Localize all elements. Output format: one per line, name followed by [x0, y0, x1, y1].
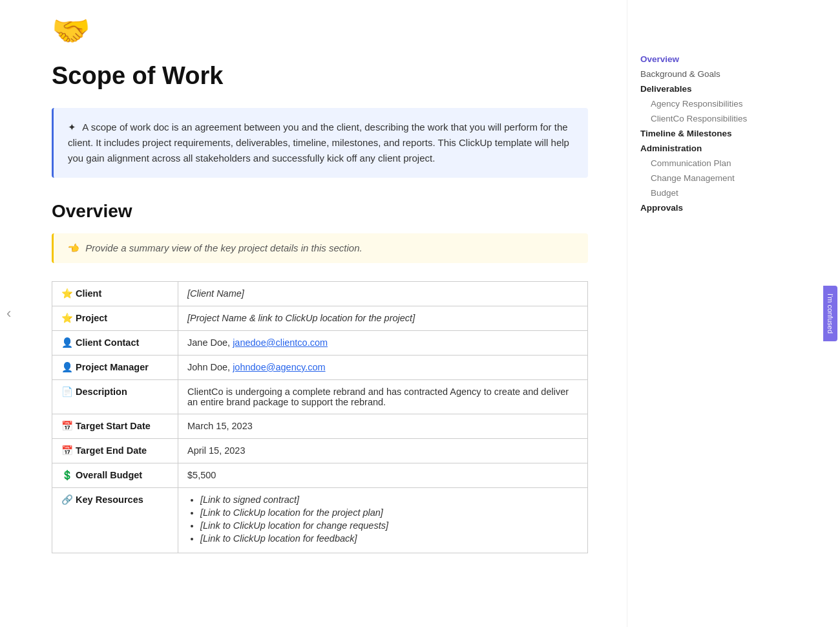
sidebar: OverviewBackground & GoalsDeliverablesAg…: [627, 0, 795, 627]
sidebar-item-overview[interactable]: Overview: [640, 52, 782, 67]
table-cell-value: Jane Doe, janedoe@clientco.com: [178, 331, 588, 356]
info-callout-text: A scope of work doc is an agreement betw…: [68, 122, 569, 164]
sidebar-item-background-and-goals[interactable]: Background & Goals: [640, 67, 782, 81]
table-row: 📄 DescriptionClientCo is undergoing a co…: [52, 380, 588, 414]
list-item: [Link to ClickUp location for change req…: [200, 520, 578, 531]
list-item: [Link to ClickUp location for the projec…: [200, 507, 578, 518]
sidebar-item-budget[interactable]: Budget: [640, 186, 782, 200]
table-row: ⭐ Project[Project Name & link to ClickUp…: [52, 306, 588, 331]
info-callout: ✦ A scope of work doc is an agreement be…: [52, 108, 588, 178]
table-cell-value: John Doe, johndoe@agency.com: [178, 356, 588, 380]
sidebar-item-agency-responsibilities[interactable]: Agency Responsibilities: [640, 96, 782, 111]
table-cell-key-resources: [Link to signed contract][Link to ClickU…: [178, 488, 588, 553]
table-row-key-resources: 🔗 Key Resources[Link to signed contract]…: [52, 488, 588, 553]
row-icon: ⭐: [61, 288, 73, 299]
sidebar-item-change-management[interactable]: Change Management: [640, 171, 782, 186]
row-icon: 📅: [61, 421, 73, 431]
sidebar-nav: OverviewBackground & GoalsDeliverablesAg…: [640, 52, 782, 215]
row-icon: 👤: [61, 362, 73, 372]
back-arrow[interactable]: ‹: [6, 305, 11, 322]
sidebar-item-timeline-and-milestones[interactable]: Timeline & Milestones: [640, 126, 782, 141]
row-icon: 📅: [61, 445, 73, 456]
list-item: [Link to signed contract]: [200, 494, 578, 505]
sidebar-item-deliverables[interactable]: Deliverables: [640, 81, 782, 96]
table-cell-label: ⭐ Project: [52, 306, 178, 331]
placeholder-text: [Project Name & link to ClickUp location…: [187, 313, 415, 323]
main-content: 🤝 Scope of Work ✦ A scope of work doc is…: [0, 0, 627, 627]
table-row: ⭐ Client[Client Name]: [52, 282, 588, 306]
table-cell-label: 👤 Client Contact: [52, 331, 178, 356]
email-link[interactable]: johndoe@agency.com: [233, 362, 325, 372]
table-row: 👤 Client ContactJane Doe, janedoe@client…: [52, 331, 588, 356]
row-icon: 📄: [61, 387, 73, 397]
overview-title: Overview: [52, 201, 588, 222]
table-row: 💲 Overall Budget$5,500: [52, 463, 588, 488]
sidebar-item-communication-plan[interactable]: Communication Plan: [640, 156, 782, 171]
table-cell-label: 🔗 Key Resources: [52, 488, 178, 553]
table-cell-value: [Client Name]: [178, 282, 588, 306]
key-resources-icon: 🔗: [61, 494, 73, 505]
table-cell-value: March 15, 2023: [178, 414, 588, 439]
sidebar-item-clientco-responsibilities[interactable]: ClientCo Responsibilities: [640, 111, 782, 126]
table-cell-value: $5,500: [178, 463, 588, 488]
table-cell-label: ⭐ Client: [52, 282, 178, 306]
list-item: [Link to ClickUp location for feedback]: [200, 533, 578, 544]
callout-sparkle-icon: ✦: [68, 122, 76, 133]
overview-callout-text: Provide a summary view of the key projec…: [85, 242, 362, 253]
overview-callout: 👈 Provide a summary view of the key proj…: [52, 233, 588, 263]
table-row: 📅 Target Start DateMarch 15, 2023: [52, 414, 588, 439]
confused-tab-label: I'm confused: [826, 293, 834, 334]
table-cell-label: 👤 Project Manager: [52, 356, 178, 380]
table-cell-value: [Project Name & link to ClickUp location…: [178, 306, 588, 331]
table-cell-label: 📅 Target End Date: [52, 439, 178, 463]
logo-emoji: 🤝: [52, 13, 588, 49]
table-cell-label: 💲 Overall Budget: [52, 463, 178, 488]
sidebar-item-approvals[interactable]: Approvals: [640, 200, 782, 215]
page-title: Scope of Work: [52, 62, 588, 90]
confused-tab[interactable]: I'm confused: [823, 286, 837, 341]
row-icon: 👤: [61, 337, 73, 348]
placeholder-text: [Client Name]: [187, 288, 244, 299]
callout-pointing-icon: 👈: [67, 242, 79, 253]
sidebar-item-administration[interactable]: Administration: [640, 141, 782, 156]
table-row: 👤 Project ManagerJohn Doe, johndoe@agenc…: [52, 356, 588, 380]
row-icon: 💲: [61, 470, 73, 480]
email-link[interactable]: janedoe@clientco.com: [233, 337, 328, 348]
table-cell-value: ClientCo is undergoing a complete rebran…: [178, 380, 588, 414]
row-icon: ⭐: [61, 313, 73, 323]
table-cell-value: April 15, 2023: [178, 439, 588, 463]
table-cell-label: 📄 Description: [52, 380, 178, 414]
table-row: 📅 Target End DateApril 15, 2023: [52, 439, 588, 463]
overview-table: ⭐ Client[Client Name]⭐ Project[Project N…: [52, 281, 588, 553]
table-cell-label: 📅 Target Start Date: [52, 414, 178, 439]
